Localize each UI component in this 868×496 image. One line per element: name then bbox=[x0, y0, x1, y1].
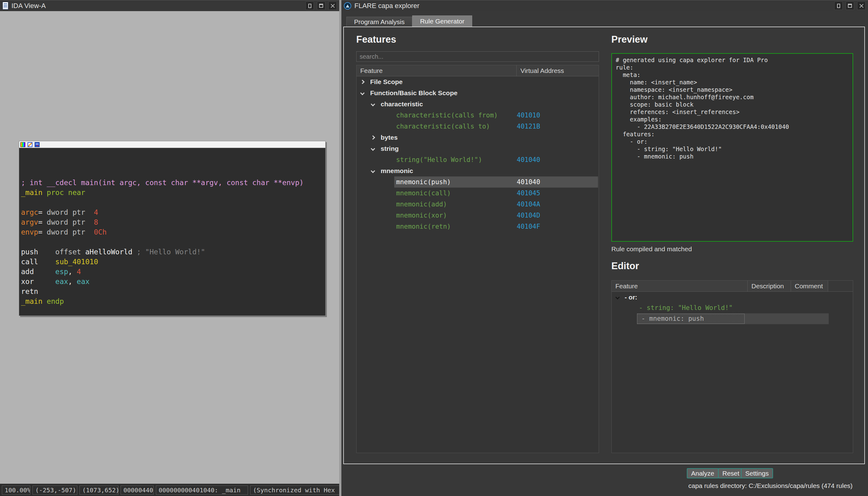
float-window-button[interactable] bbox=[834, 2, 843, 10]
disassembly-listing[interactable]: ; int __cdecl main(int argc, const char … bbox=[19, 148, 325, 306]
feature-tree-row[interactable]: bytes bbox=[356, 132, 599, 143]
capa-window-title: FLARE capa explorer bbox=[354, 2, 419, 10]
code-token: eax bbox=[77, 278, 90, 285]
float-window-button[interactable] bbox=[305, 2, 314, 10]
status-segment: (-253,-507) bbox=[32, 485, 77, 495]
chevron-down-icon[interactable] bbox=[371, 102, 375, 106]
maximize-window-button[interactable] bbox=[846, 2, 854, 10]
ida-status-bar: 100.00%(-253,-507)(1073,652)000004400000… bbox=[0, 484, 339, 496]
code-token: ; int __cdecl main(int argc, const char … bbox=[21, 179, 304, 187]
capa-window-controls bbox=[834, 2, 866, 10]
code-token: dword ptr bbox=[47, 228, 94, 236]
feature-tree-row[interactable]: characteristic(calls to)40121B bbox=[356, 121, 599, 132]
virtual-address: 401045 bbox=[517, 188, 540, 199]
code-token: = bbox=[38, 218, 47, 226]
feature-tree-row[interactable]: mnemonic(push)401040 bbox=[356, 176, 599, 188]
disassembly-line[interactable]: _main proc near bbox=[21, 188, 324, 198]
disassembly-line[interactable]: ; int __cdecl main(int argc, const char … bbox=[21, 178, 324, 188]
feature-tree-row[interactable]: Function/Basic Block Scope bbox=[356, 88, 599, 98]
navigation-icon[interactable] bbox=[35, 142, 40, 147]
features-search-input[interactable] bbox=[356, 51, 599, 62]
editor-feature-column-header[interactable]: Feature bbox=[612, 281, 748, 291]
close-icon bbox=[330, 3, 335, 8]
feature-tree-row[interactable]: mnemonic bbox=[356, 165, 599, 176]
chevron-down-icon[interactable] bbox=[360, 91, 365, 95]
code-token: endp bbox=[42, 297, 64, 305]
code-token: _main bbox=[21, 188, 42, 197]
disassembly-line[interactable]: add esp, 4 bbox=[21, 267, 324, 277]
features-tree-header: Feature Virtual Address bbox=[356, 65, 599, 76]
feature-tree-row[interactable]: string bbox=[356, 143, 599, 154]
close-icon bbox=[859, 3, 864, 8]
colors-icon[interactable] bbox=[20, 142, 25, 147]
editor-row[interactable]: - mnemonic: push bbox=[612, 313, 853, 324]
desktop: IDA View-A ; int __cdecl main(int argc, … bbox=[0, 0, 868, 496]
virtual-address: 401010 bbox=[517, 110, 540, 121]
disassembly-line[interactable]: argc= dword ptr 4 bbox=[21, 207, 324, 217]
editor-row[interactable]: - or: bbox=[612, 292, 853, 303]
disassembly-line[interactable]: _main endp bbox=[21, 296, 324, 306]
chevron-right-icon[interactable] bbox=[371, 135, 375, 140]
reset-button[interactable]: Reset bbox=[718, 468, 744, 478]
virtual-address: 40121B bbox=[517, 121, 540, 132]
code-token: add bbox=[21, 268, 55, 276]
chevron-down-icon[interactable] bbox=[371, 169, 375, 173]
feature-tree-row[interactable]: mnemonic(add)40104A bbox=[356, 199, 599, 210]
feature-tree-row[interactable]: mnemonic(call)401045 bbox=[356, 188, 599, 199]
close-window-button[interactable] bbox=[329, 2, 337, 10]
disassembly-line[interactable]: push offset aHelloWorld ; "Hello World!" bbox=[21, 247, 324, 257]
maximize-window-button[interactable] bbox=[317, 2, 325, 10]
rule-preview-editor[interactable]: # generated using capa explorer for IDA … bbox=[611, 53, 853, 242]
feature-tree-row[interactable]: string("Hello World!")401040 bbox=[356, 154, 599, 165]
tab-program-analysis[interactable]: Program Analysis bbox=[346, 17, 412, 27]
disassembly-line[interactable] bbox=[21, 237, 324, 247]
ida-window-title: IDA View-A bbox=[12, 2, 46, 10]
feature-tree-row[interactable]: mnemonic(xor)40104D bbox=[356, 210, 599, 221]
feature-column-header[interactable]: Feature bbox=[356, 65, 517, 76]
feature-tree-row[interactable]: characteristic bbox=[356, 98, 599, 110]
ida-window-controls bbox=[305, 2, 337, 10]
ida-view-icon bbox=[2, 2, 8, 10]
edit-icon[interactable] bbox=[28, 142, 32, 147]
tab-rule-generator[interactable]: Rule Generator bbox=[412, 15, 472, 27]
disassembly-line[interactable]: envp= dword ptr 0Ch bbox=[21, 227, 324, 237]
disassembly-line[interactable]: retn bbox=[21, 286, 324, 296]
feature-label: characteristic bbox=[381, 98, 423, 110]
editor-description-column-header[interactable]: Description bbox=[748, 281, 791, 291]
code-token: , bbox=[68, 278, 77, 285]
status-segment: (Synchronized with Hex bbox=[250, 485, 339, 495]
virtual-address-column-header[interactable]: Virtual Address bbox=[517, 65, 599, 76]
disassembly-line[interactable]: xor eax, eax bbox=[21, 277, 324, 286]
feature-label: string bbox=[381, 143, 399, 154]
chevron-down-icon[interactable] bbox=[615, 295, 620, 299]
preview-heading: Preview bbox=[611, 34, 648, 45]
code-token: aHelloWorld bbox=[85, 248, 132, 256]
feature-tree-row[interactable]: characteristic(calls from)401010 bbox=[356, 110, 599, 121]
feature-tree-row[interactable]: File Scope bbox=[356, 76, 599, 88]
analyze-button[interactable]: Analyze bbox=[687, 468, 719, 478]
editor-row[interactable]: - string: "Hello World!" bbox=[612, 303, 853, 313]
editor-panel: Feature Description Comment - or:- strin… bbox=[611, 280, 853, 453]
disassembly-line[interactable]: call sub_401010 bbox=[21, 257, 324, 267]
settings-button[interactable]: Settings bbox=[741, 468, 773, 478]
capa-explorer-window: FLARE capa explorer Program AnalysisRule… bbox=[341, 0, 868, 496]
rules-directory-status: capa rules directory: C:/Exclusions/capa… bbox=[688, 482, 853, 490]
virtual-address: 401040 bbox=[517, 154, 540, 165]
disassembly-line[interactable] bbox=[21, 198, 324, 207]
code-token: 8 bbox=[94, 218, 98, 226]
editor-comment-column-header[interactable]: Comment bbox=[791, 281, 828, 291]
code-token: xor bbox=[21, 278, 55, 285]
feature-label: mnemonic bbox=[381, 165, 413, 176]
features-tree-panel: Feature Virtual Address File ScopeFuncti… bbox=[356, 65, 599, 453]
close-window-button[interactable] bbox=[857, 2, 866, 10]
disassembly-line[interactable]: argv= dword ptr 8 bbox=[21, 217, 324, 227]
capa-titlebar: FLARE capa explorer bbox=[341, 0, 868, 11]
status-segment: 000000000401040: _main bbox=[156, 485, 248, 495]
feature-label: characteristic(calls from) bbox=[396, 110, 498, 121]
chevron-right-icon[interactable] bbox=[360, 80, 365, 84]
chevron-down-icon[interactable] bbox=[371, 146, 375, 151]
virtual-address: 40104A bbox=[517, 199, 540, 210]
feature-label: mnemonic(call) bbox=[396, 188, 451, 199]
code-token: argv bbox=[21, 218, 38, 226]
feature-tree-row[interactable]: mnemonic(retn)40104F bbox=[356, 221, 599, 232]
